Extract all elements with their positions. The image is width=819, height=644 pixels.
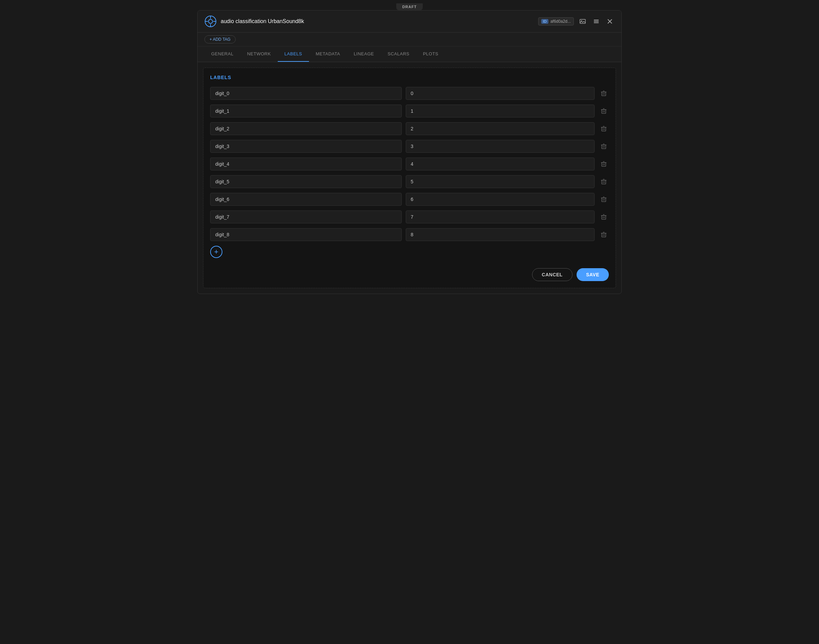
label-row [210, 158, 609, 170]
label-value-input-7[interactable] [406, 210, 595, 223]
label-value-input-5[interactable] [406, 175, 595, 188]
label-name-input-8[interactable] [210, 228, 402, 241]
label-rows-container [210, 87, 609, 241]
tab-general[interactable]: GENERAL [204, 46, 241, 62]
delete-label-button-2[interactable] [599, 124, 609, 134]
tag-row: + ADD TAG [198, 32, 621, 46]
tab-bar: GENERAL NETWORK LABELS METADATA LINEAGE … [198, 46, 621, 62]
close-icon [606, 18, 613, 25]
close-button[interactable] [605, 17, 615, 26]
label-value-input-3[interactable] [406, 140, 595, 153]
svg-rect-33 [602, 163, 606, 166]
label-row [210, 104, 609, 118]
top-actions: ID af6d0a2d... [538, 17, 615, 26]
trash-icon [601, 126, 607, 132]
svg-rect-18 [602, 110, 606, 113]
save-button[interactable]: SAVE [577, 268, 609, 281]
label-row [210, 175, 609, 188]
label-row [210, 193, 609, 206]
tab-scalars[interactable]: SCALARS [381, 46, 416, 62]
label-name-input-7[interactable] [210, 210, 402, 223]
label-value-input-8[interactable] [406, 228, 595, 241]
label-value-input-2[interactable] [406, 122, 595, 135]
label-value-input-0[interactable] [406, 87, 595, 100]
label-name-input-5[interactable] [210, 175, 402, 188]
tab-plots[interactable]: PLOTS [416, 46, 445, 62]
tab-network[interactable]: NETWORK [241, 46, 278, 62]
main-content: LABELS [203, 67, 616, 288]
label-value-input-6[interactable] [406, 193, 595, 206]
label-value-input-1[interactable] [406, 104, 595, 118]
label-row [210, 87, 609, 100]
svg-rect-23 [602, 127, 606, 131]
trash-icon [601, 90, 607, 97]
delete-label-button-4[interactable] [599, 159, 609, 169]
trash-icon [601, 214, 607, 220]
label-name-input-0[interactable] [210, 87, 402, 100]
svg-rect-28 [602, 145, 606, 149]
tab-metadata[interactable]: METADATA [309, 46, 347, 62]
image-button[interactable] [578, 17, 587, 26]
menu-button[interactable] [592, 17, 601, 26]
cancel-button[interactable]: CANCEL [532, 268, 572, 281]
label-value-input-4[interactable] [406, 158, 595, 170]
app-title: audio classification UrbanSound8k [221, 18, 534, 25]
add-tag-button[interactable]: + ADD TAG [204, 35, 236, 43]
label-name-input-1[interactable] [210, 104, 402, 118]
label-name-input-6[interactable] [210, 193, 402, 206]
svg-rect-43 [602, 198, 606, 202]
delete-label-button-8[interactable] [599, 230, 609, 240]
trash-icon [601, 232, 607, 238]
trash-icon [601, 143, 607, 149]
footer-actions: CANCEL SAVE [210, 265, 609, 281]
draft-badge: DRAFT [396, 3, 423, 10]
delete-label-button-5[interactable] [599, 176, 609, 187]
label-row [210, 122, 609, 135]
app-container: audio classification UrbanSound8k ID af6… [197, 10, 622, 294]
id-label: ID [541, 19, 548, 24]
label-row [210, 228, 609, 241]
svg-rect-13 [602, 92, 606, 96]
svg-rect-53 [602, 233, 606, 237]
labels-heading: LABELS [210, 75, 609, 80]
delete-label-button-1[interactable] [599, 106, 609, 116]
menu-icon [593, 18, 600, 25]
trash-icon [601, 196, 607, 202]
label-name-input-3[interactable] [210, 140, 402, 153]
tab-lineage[interactable]: LINEAGE [347, 46, 381, 62]
top-bar: audio classification UrbanSound8k ID af6… [198, 11, 621, 32]
label-row [210, 140, 609, 153]
svg-rect-48 [602, 216, 606, 219]
tab-labels[interactable]: LABELS [278, 46, 309, 62]
label-name-input-2[interactable] [210, 122, 402, 135]
svg-rect-38 [602, 180, 606, 184]
svg-rect-6 [580, 19, 585, 23]
trash-icon [601, 108, 607, 114]
id-badge: ID af6d0a2d... [538, 17, 574, 26]
delete-label-button-6[interactable] [599, 194, 609, 204]
delete-label-button-3[interactable] [599, 141, 609, 152]
trash-icon [601, 161, 607, 167]
id-value: af6d0a2d... [551, 19, 571, 24]
label-name-input-4[interactable] [210, 158, 402, 170]
image-icon [579, 18, 586, 25]
add-label-button[interactable]: + [210, 246, 222, 258]
delete-label-button-7[interactable] [599, 212, 609, 222]
label-row [210, 210, 609, 223]
trash-icon [601, 179, 607, 185]
delete-label-button-0[interactable] [599, 88, 609, 98]
svg-point-1 [209, 19, 213, 23]
app-icon [204, 15, 217, 28]
